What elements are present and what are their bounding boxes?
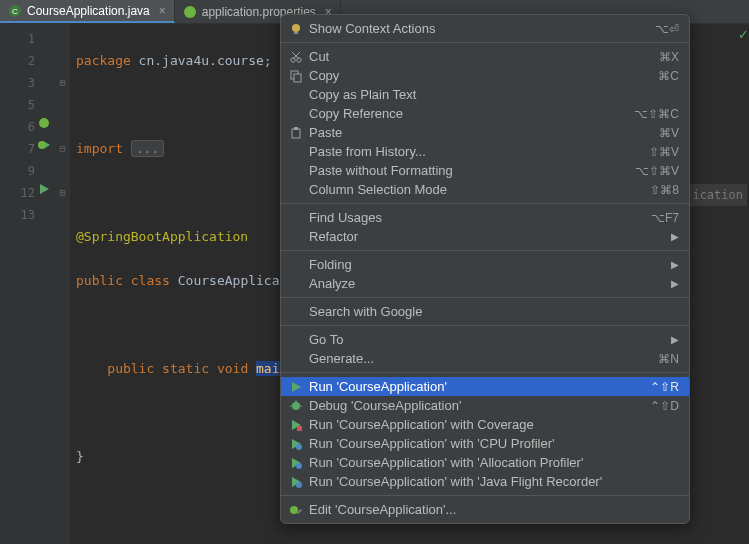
coverage-icon	[287, 417, 305, 433]
svg-rect-15	[292, 129, 300, 138]
menu-separator	[281, 495, 689, 496]
menu-item-shortcut: ⌥⇧⌘C	[634, 107, 679, 121]
keyword: public	[107, 361, 154, 376]
menu-item[interactable]: Show Context Actions⌥⏎	[281, 19, 689, 38]
menu-item-shortcut: ⌃⇧R	[650, 380, 679, 394]
line-number: 9	[0, 160, 35, 182]
menu-item[interactable]: Run 'CourseApplication' with 'CPU Profil…	[281, 434, 689, 453]
menu-item-label: Refactor	[309, 229, 671, 244]
menu-separator	[281, 325, 689, 326]
svg-marker-6	[40, 184, 49, 194]
menu-item[interactable]: Run 'CourseApplication' with 'Java Fligh…	[281, 472, 689, 491]
submenu-arrow-icon: ▶	[671, 334, 679, 345]
svg-point-25	[296, 444, 302, 450]
blank-icon	[287, 87, 305, 103]
svg-point-2	[184, 6, 196, 18]
profiler-icon	[287, 436, 305, 452]
keyword: public	[76, 273, 123, 288]
keyword: static	[162, 361, 209, 376]
menu-item[interactable]: Paste without Formatting⌥⇧⌘V	[281, 161, 689, 180]
menu-separator	[281, 372, 689, 373]
menu-item-label: Generate...	[309, 351, 648, 366]
blank-icon	[287, 351, 305, 367]
brace: }	[76, 449, 84, 464]
blank-icon	[287, 229, 305, 245]
menu-separator	[281, 42, 689, 43]
menu-item[interactable]: Go To▶	[281, 330, 689, 349]
paste-icon	[287, 125, 305, 141]
menu-item[interactable]: Refactor▶	[281, 227, 689, 246]
inline-hint: ication	[688, 184, 747, 206]
copy-icon	[287, 68, 305, 84]
keyword: package	[76, 53, 131, 68]
fold-toggle[interactable]: ⊞	[55, 182, 70, 204]
menu-item[interactable]: Run 'CourseApplication'⌃⇧R	[281, 377, 689, 396]
svg-rect-16	[294, 127, 298, 130]
submenu-arrow-icon: ▶	[671, 278, 679, 289]
fold-toggle[interactable]: ⊟	[55, 138, 70, 160]
spring-run-icon[interactable]	[37, 116, 51, 130]
menu-item[interactable]: Search with Google	[281, 302, 689, 321]
line-number: 3	[0, 72, 35, 94]
menu-item[interactable]: Edit 'CourseApplication'...	[281, 500, 689, 519]
jfr-icon	[287, 474, 305, 490]
fold-toggle[interactable]: ⊞	[55, 72, 70, 94]
svg-point-29	[296, 482, 302, 488]
menu-item-shortcut: ⇧⌘V	[649, 145, 679, 159]
menu-item-label: Run 'CourseApplication' with 'Java Fligh…	[309, 474, 669, 489]
submenu-arrow-icon: ▶	[671, 231, 679, 242]
spring-leaf-icon	[183, 5, 197, 19]
menu-item[interactable]: Run 'CourseApplication' with Coverage	[281, 415, 689, 434]
menu-item-label: Find Usages	[309, 210, 641, 225]
menu-item[interactable]: Find Usages⌥F7	[281, 208, 689, 227]
blank-icon	[287, 276, 305, 292]
edit-config-icon	[287, 502, 305, 518]
line-number: 6	[0, 116, 35, 138]
blank-icon	[287, 210, 305, 226]
menu-item-shortcut: ⌘N	[658, 352, 679, 366]
menu-item-label: Run 'CourseApplication' with Coverage	[309, 417, 669, 432]
menu-item[interactable]: Analyze▶	[281, 274, 689, 293]
menu-item-shortcut: ⌘C	[658, 69, 679, 83]
menu-separator	[281, 203, 689, 204]
svg-point-18	[292, 402, 300, 410]
run-arrow-icon[interactable]	[37, 182, 51, 196]
keyword: import	[76, 141, 123, 156]
menu-item[interactable]: Copy Reference⌥⇧⌘C	[281, 104, 689, 123]
menu-item-label: Run 'CourseApplication'	[309, 379, 640, 394]
spring-run-arrow-icon[interactable]	[37, 138, 51, 152]
menu-item[interactable]: Column Selection Mode⇧⌘8	[281, 180, 689, 199]
tab-course-application[interactable]: C CourseApplication.java ×	[0, 0, 175, 23]
menu-item[interactable]: Copy as Plain Text	[281, 85, 689, 104]
menu-item-shortcut: ⌃⇧D	[650, 399, 679, 413]
folded-region[interactable]: ...	[131, 140, 164, 157]
menu-item[interactable]: Run 'CourseApplication' with 'Allocation…	[281, 453, 689, 472]
menu-item[interactable]: Debug 'CourseApplication'⌃⇧D	[281, 396, 689, 415]
menu-item-label: Folding	[309, 257, 671, 272]
menu-item[interactable]: Paste from History...⇧⌘V	[281, 142, 689, 161]
menu-item-label: Cut	[309, 49, 649, 64]
annotation: @SpringBootApplication	[76, 229, 248, 244]
inspection-marker[interactable]: ✓	[737, 24, 749, 44]
menu-item[interactable]: Paste⌘V	[281, 123, 689, 142]
tab-label: CourseApplication.java	[27, 4, 150, 18]
menu-item[interactable]: Generate...⌘N	[281, 349, 689, 368]
menu-item[interactable]: Copy⌘C	[281, 66, 689, 85]
check-icon: ✓	[738, 27, 749, 42]
line-number-gutter: 1 2 3 5 6 7 9 12 13	[0, 24, 55, 544]
cut-icon	[287, 49, 305, 65]
menu-item-shortcut: ⌘V	[659, 126, 679, 140]
menu-item-shortcut: ⌥⇧⌘V	[635, 164, 679, 178]
blank-icon	[287, 304, 305, 320]
code-text: cn.java4u.course;	[131, 53, 272, 68]
menu-item-label: Column Selection Mode	[309, 182, 640, 197]
menu-item-label: Go To	[309, 332, 671, 347]
line-number: 12	[0, 182, 35, 204]
blank-icon	[287, 144, 305, 160]
editor-context-menu: Show Context Actions⌥⏎Cut⌘XCopy⌘CCopy as…	[280, 14, 690, 524]
close-icon[interactable]: ×	[159, 4, 166, 18]
submenu-arrow-icon: ▶	[671, 259, 679, 270]
menu-item-label: Paste from History...	[309, 144, 639, 159]
menu-item[interactable]: Cut⌘X	[281, 47, 689, 66]
menu-item[interactable]: Folding▶	[281, 255, 689, 274]
